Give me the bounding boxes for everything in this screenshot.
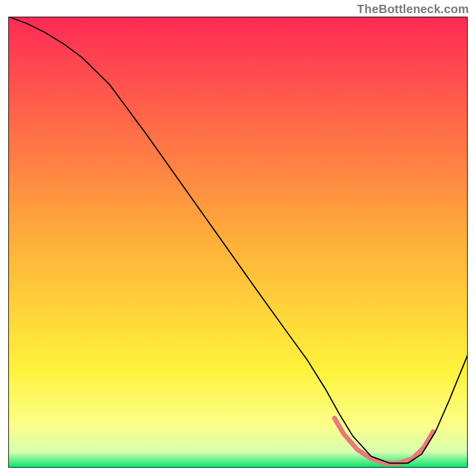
attribution-label: TheBottleneck.com <box>357 2 469 16</box>
plot-background <box>8 17 468 468</box>
plot-area <box>8 17 468 468</box>
chart-canvas: TheBottleneck.com <box>0 0 476 476</box>
chart-svg <box>8 17 468 468</box>
